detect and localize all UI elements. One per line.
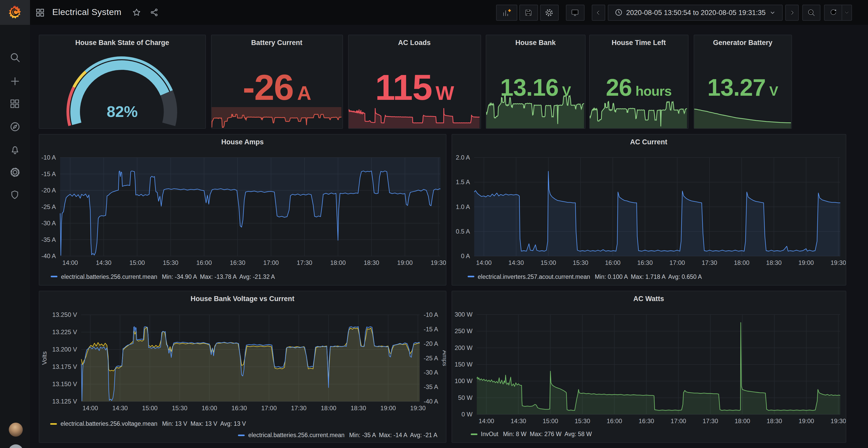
svg-text:15:30: 15:30: [163, 259, 179, 266]
svg-text:18:00: 18:00: [734, 259, 749, 266]
svg-text:16:00: 16:00: [196, 259, 212, 266]
legend-item[interactable]: electrical.batteries.256.voltage.mean Mi…: [50, 421, 246, 427]
legend-color-dash: [470, 433, 477, 435]
svg-text:100 W: 100 W: [455, 377, 472, 384]
svg-text:-15 A: -15 A: [41, 171, 56, 177]
legend-item[interactable]: electrical.batteries.256.current.mean Mi…: [238, 432, 437, 438]
panel-title[interactable]: Generator Battery: [694, 39, 792, 47]
svg-text:2.0 A: 2.0 A: [456, 154, 470, 161]
svg-text:16:30: 16:30: [230, 259, 245, 266]
zoom-out-button[interactable]: [802, 4, 820, 21]
svg-text:0 A: 0 A: [461, 252, 470, 260]
svg-text:18:30: 18:30: [766, 417, 782, 424]
panel-title[interactable]: Battery Current: [211, 39, 342, 47]
legend-item[interactable]: InvOut Min: 8 W Max: 276 W Avg: 58 W: [470, 431, 592, 437]
sparkline: [486, 85, 585, 128]
user-avatar[interactable]: [9, 423, 23, 437]
star-icon[interactable]: [132, 8, 141, 17]
svg-text:13.225 V: 13.225 V: [52, 328, 77, 335]
svg-text:15:00: 15:00: [129, 259, 145, 266]
cycle-view-mode-button[interactable]: [566, 4, 584, 21]
share-icon[interactable]: [150, 8, 159, 17]
voltage-vs-current-chart: 14:0014:3015:0015:3016:0016:3017:0017:30…: [39, 291, 446, 442]
svg-text:13.200 V: 13.200 V: [52, 346, 77, 353]
svg-text:15:00: 15:00: [142, 404, 157, 411]
svg-text:300 W: 300 W: [455, 311, 472, 318]
svg-text:18:30: 18:30: [364, 259, 379, 266]
svg-text:-35 A: -35 A: [424, 383, 438, 390]
server-admin-shield-icon[interactable]: [0, 189, 30, 200]
svg-text:17:30: 17:30: [702, 417, 718, 424]
time-range-picker[interactable]: 2020-08-05 13:50:54 to 2020-08-05 19:31:…: [608, 4, 783, 21]
dashboards-icon[interactable]: [0, 98, 30, 109]
svg-text:13.150 V: 13.150 V: [52, 380, 77, 387]
grafana-dashboard: Electrical System 2020-08-05 13:50:54: [0, 0, 868, 448]
panel-title[interactable]: House Bank: [486, 39, 585, 47]
svg-text:13.175 V: 13.175 V: [52, 363, 77, 370]
add-panel-button[interactable]: [496, 4, 517, 21]
panel-title[interactable]: House Time Left: [590, 39, 688, 47]
svg-text:1.0 A: 1.0 A: [456, 203, 470, 210]
svg-text:-20 A: -20 A: [424, 340, 438, 347]
legend-series-stats: Min: -34.90 A Max: -13.78 A Avg: -21.32 …: [162, 273, 275, 279]
svg-text:14:00: 14:00: [62, 259, 78, 266]
legend-series-name: InvOut: [481, 431, 498, 437]
svg-text:17:00: 17:00: [261, 404, 277, 411]
grafana-logo[interactable]: [0, 0, 30, 25]
panel-house-bank: House Bank 13.16V: [486, 35, 585, 129]
svg-text:Amps: Amps: [441, 350, 446, 366]
svg-text:19:00: 19:00: [799, 417, 814, 424]
svg-text:19:00: 19:00: [380, 404, 396, 411]
time-range-back-button[interactable]: [591, 4, 605, 21]
svg-text:14:30: 14:30: [96, 259, 112, 266]
legend-series-name: electrical.batteries.256.current.mean: [248, 432, 344, 438]
help-icon[interactable]: [8, 444, 23, 448]
svg-text:14:00: 14:00: [478, 417, 494, 424]
svg-text:-30 A: -30 A: [41, 219, 56, 227]
legend-series-stats: Min: 0.100 A Max: 1.718 A Avg: 0.650 A: [595, 273, 702, 279]
svg-text:16:30: 16:30: [638, 417, 654, 424]
explore-compass-icon[interactable]: [0, 121, 30, 132]
legend-color-dash: [238, 434, 245, 436]
svg-text:-10 A: -10 A: [41, 154, 56, 161]
sparkline: [348, 108, 480, 128]
stat-value: -26A: [211, 69, 342, 106]
panel-title[interactable]: AC Loads: [348, 39, 480, 47]
svg-text:14:30: 14:30: [508, 259, 524, 266]
sidebar: [0, 25, 30, 448]
legend-item[interactable]: electrical.batteries.256.current.mean Mi…: [51, 273, 275, 279]
time-range-forward-button[interactable]: [785, 4, 799, 21]
svg-text:18:30: 18:30: [766, 259, 781, 266]
legend-color-dash: [467, 276, 474, 277]
dashboard-grid-icon[interactable]: [35, 7, 45, 17]
search-icon[interactable]: [0, 52, 30, 63]
save-dashboard-button[interactable]: [519, 4, 538, 21]
alerting-bell-icon[interactable]: [0, 144, 30, 155]
svg-text:14:30: 14:30: [510, 417, 526, 424]
legend-item[interactable]: electrical.inverters.257.acout.current.m…: [467, 273, 702, 279]
refresh-interval-dropdown[interactable]: [842, 4, 852, 21]
navbar: Electrical System 2020-08-05 13:50:54: [0, 0, 868, 25]
refresh-button[interactable]: [824, 4, 842, 21]
svg-text:1.5 A: 1.5 A: [456, 178, 470, 185]
svg-text:19:30: 19:30: [830, 417, 845, 424]
ac-watts-chart: 14:0014:3015:0015:3016:0016:3017:0017:30…: [452, 291, 845, 442]
svg-text:19:30: 19:30: [830, 259, 845, 266]
configuration-gear-icon[interactable]: [0, 167, 30, 178]
svg-text:-20 A: -20 A: [41, 187, 56, 194]
create-plus-icon[interactable]: [0, 76, 30, 87]
stat-value: 13.27V: [694, 76, 792, 99]
dashboard-settings-button[interactable]: [540, 4, 558, 21]
sparkline: [694, 101, 792, 128]
svg-text:17:30: 17:30: [297, 259, 312, 266]
svg-text:0.5 A: 0.5 A: [456, 228, 470, 235]
svg-text:14:30: 14:30: [112, 404, 128, 411]
svg-text:19:00: 19:00: [397, 259, 413, 266]
svg-text:17:30: 17:30: [291, 404, 307, 411]
panel-ac-current: AC Current 14:0014:3015:0015:3016:0016:3…: [451, 134, 846, 285]
dashboard-title[interactable]: Electrical System: [52, 7, 122, 18]
svg-text:-15 A: -15 A: [424, 325, 438, 332]
legend-series-stats: Min: 13 V Max: 13 V Avg: 13 V: [162, 421, 246, 427]
svg-text:18:00: 18:00: [734, 417, 750, 424]
svg-text:15:00: 15:00: [542, 417, 558, 424]
